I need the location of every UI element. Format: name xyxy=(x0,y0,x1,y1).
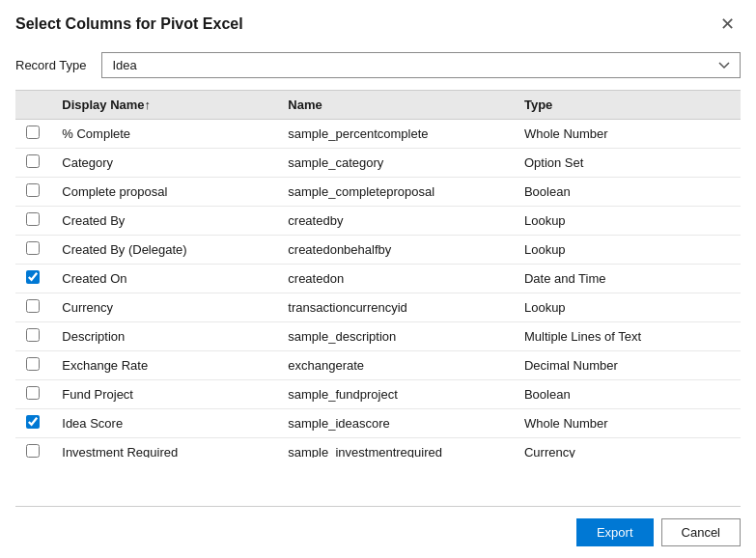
row-type: Whole Number xyxy=(515,120,741,149)
header-display-name: Display Name↑ xyxy=(52,91,278,120)
close-button[interactable]: ✕ xyxy=(714,14,741,35)
title-bar: Select Columns for Pivot Excel ✕ xyxy=(0,0,756,44)
row-display-name: Investment Required xyxy=(52,438,278,459)
row-display-name: Created On xyxy=(52,265,278,293)
row-display-name: Complete proposal xyxy=(52,178,278,207)
row-type: Multiple Lines of Text xyxy=(515,322,741,351)
cancel-button[interactable]: Cancel xyxy=(661,518,741,546)
row-checkbox-cell[interactable] xyxy=(15,265,52,293)
table-header-row: Display Name↑ Name Type xyxy=(15,91,741,120)
row-checkbox[interactable] xyxy=(26,183,40,197)
row-checkbox-cell[interactable] xyxy=(15,120,52,149)
record-type-select[interactable]: Idea xyxy=(101,52,741,78)
row-checkbox-cell[interactable] xyxy=(15,236,52,265)
table-row: Exchange RateexchangerateDecimal Number xyxy=(15,351,741,380)
row-type: Boolean xyxy=(515,178,741,207)
table-wrapper: Display Name↑ Name Type % Completesample… xyxy=(15,90,741,507)
row-checkbox-cell[interactable] xyxy=(15,351,52,380)
row-checkbox-cell[interactable] xyxy=(15,322,52,351)
row-name: transactioncurrencyid xyxy=(278,293,515,322)
row-checkbox[interactable] xyxy=(26,212,40,226)
row-display-name: Currency xyxy=(52,293,278,322)
table-row: Created OncreatedonDate and Time xyxy=(15,265,741,293)
row-name: sample_ideascore xyxy=(278,409,515,438)
row-checkbox[interactable] xyxy=(26,126,40,139)
row-type: Decimal Number xyxy=(515,351,741,380)
row-name: sample_investmentrequired xyxy=(278,438,515,459)
row-name: sample_category xyxy=(278,149,515,178)
record-type-label: Record Type xyxy=(15,58,86,72)
table-row: Created BycreatedbyLookup xyxy=(15,207,741,236)
row-type: Whole Number xyxy=(515,409,741,438)
row-checkbox[interactable] xyxy=(26,241,40,255)
row-type: Date and Time xyxy=(515,265,741,293)
dialog: Select Columns for Pivot Excel ✕ Record … xyxy=(0,0,756,558)
dialog-footer: Export Cancel xyxy=(0,507,756,558)
row-type: Lookup xyxy=(515,207,741,236)
header-name: Name xyxy=(278,91,515,120)
row-checkbox[interactable] xyxy=(26,299,40,313)
row-checkbox-cell[interactable] xyxy=(15,293,52,322)
row-display-name: Idea Score xyxy=(52,409,278,438)
row-name: createdon xyxy=(278,265,515,293)
row-display-name: Category xyxy=(52,149,278,178)
row-type: Currency xyxy=(515,438,741,459)
row-name: sample_fundproject xyxy=(278,380,515,409)
row-checkbox[interactable] xyxy=(26,357,40,371)
columns-table: Display Name↑ Name Type % Completesample… xyxy=(15,91,741,458)
row-checkbox[interactable] xyxy=(26,328,40,342)
header-type: Type xyxy=(515,91,741,120)
row-checkbox[interactable] xyxy=(26,270,40,284)
table-scroll[interactable]: Display Name↑ Name Type % Completesample… xyxy=(15,91,741,458)
table-row: Categorysample_categoryOption Set xyxy=(15,149,741,178)
table-row: Descriptionsample_descriptionMultiple Li… xyxy=(15,322,741,351)
dialog-title: Select Columns for Pivot Excel xyxy=(15,15,243,33)
row-checkbox[interactable] xyxy=(26,386,40,400)
table-row: Idea Scoresample_ideascoreWhole Number xyxy=(15,409,741,438)
row-checkbox[interactable] xyxy=(26,415,40,429)
table-row: Fund Projectsample_fundprojectBoolean xyxy=(15,380,741,409)
header-checkbox-col xyxy=(15,91,52,120)
row-checkbox-cell[interactable] xyxy=(15,438,52,459)
row-type: Lookup xyxy=(515,293,741,322)
row-checkbox-cell[interactable] xyxy=(15,409,52,438)
row-checkbox-cell[interactable] xyxy=(15,178,52,207)
row-display-name: Created By xyxy=(52,207,278,236)
row-name: createdonbehalfby xyxy=(278,236,515,265)
row-name: sample_completeproposal xyxy=(278,178,515,207)
row-name: sample_percentcomplete xyxy=(278,120,515,149)
export-button[interactable]: Export xyxy=(576,518,654,546)
row-name: sample_description xyxy=(278,322,515,351)
record-type-row: Record Type Idea xyxy=(0,44,756,90)
row-display-name: Description xyxy=(52,322,278,351)
row-name: createdby xyxy=(278,207,515,236)
row-type: Option Set xyxy=(515,149,741,178)
table-row: Complete proposalsample_completeproposal… xyxy=(15,178,741,207)
table-row: CurrencytransactioncurrencyidLookup xyxy=(15,293,741,322)
row-name: exchangerate xyxy=(278,351,515,380)
row-checkbox-cell[interactable] xyxy=(15,149,52,178)
row-display-name: Exchange Rate xyxy=(52,351,278,380)
row-display-name: Fund Project xyxy=(52,380,278,409)
row-type: Boolean xyxy=(515,380,741,409)
row-checkbox[interactable] xyxy=(26,154,40,168)
table-row: Investment Requiredsample_investmentrequ… xyxy=(15,438,741,459)
table-body: % Completesample_percentcompleteWhole Nu… xyxy=(15,120,741,459)
row-checkbox-cell[interactable] xyxy=(15,380,52,409)
table-row: % Completesample_percentcompleteWhole Nu… xyxy=(15,120,741,149)
table-row: Created By (Delegate)createdonbehalfbyLo… xyxy=(15,236,741,265)
row-display-name: % Complete xyxy=(52,120,278,149)
row-checkbox-cell[interactable] xyxy=(15,207,52,236)
row-checkbox[interactable] xyxy=(26,444,40,458)
row-display-name: Created By (Delegate) xyxy=(52,236,278,265)
row-type: Lookup xyxy=(515,236,741,265)
